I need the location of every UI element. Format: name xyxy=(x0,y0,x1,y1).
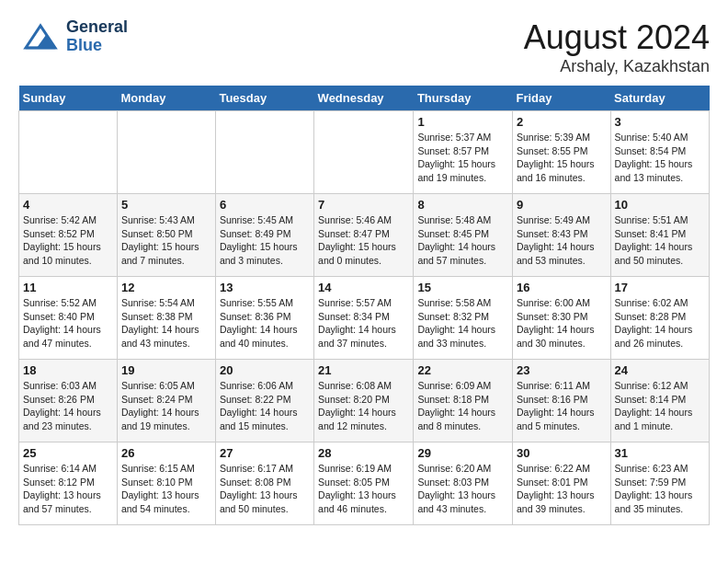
day-number: 16 xyxy=(517,281,607,294)
day-info: Sunrise: 6:17 AM Sunset: 8:08 PM Dayligh… xyxy=(220,462,310,516)
calendar-cell: 31Sunrise: 6:23 AM Sunset: 7:59 PM Dayli… xyxy=(610,442,709,525)
day-header-saturday: Saturday xyxy=(610,86,709,111)
day-info: Sunrise: 6:03 AM Sunset: 8:26 PM Dayligh… xyxy=(23,379,113,433)
day-info: Sunrise: 6:09 AM Sunset: 8:18 PM Dayligh… xyxy=(417,379,508,433)
day-number: 8 xyxy=(417,198,508,212)
day-info: Sunrise: 6:12 AM Sunset: 8:14 PM Dayligh… xyxy=(615,379,705,433)
page-header: General Blue August 2024 Arshaly, Kazakh… xyxy=(18,18,710,76)
day-number: 28 xyxy=(318,446,409,460)
day-number: 7 xyxy=(318,198,409,212)
calendar-cell: 8Sunrise: 5:48 AM Sunset: 8:45 PM Daylig… xyxy=(414,194,513,277)
calendar-cell: 7Sunrise: 5:46 AM Sunset: 8:47 PM Daylig… xyxy=(314,194,414,277)
day-info: Sunrise: 6:19 AM Sunset: 8:05 PM Dayligh… xyxy=(318,462,409,516)
week-row-2: 4Sunrise: 5:42 AM Sunset: 8:52 PM Daylig… xyxy=(19,194,710,277)
calendar-title: August 2024 xyxy=(524,18,710,57)
day-number: 19 xyxy=(121,363,211,377)
day-info: Sunrise: 5:37 AM Sunset: 8:57 PM Dayligh… xyxy=(417,131,508,185)
day-number: 14 xyxy=(318,281,409,294)
calendar-cell xyxy=(215,111,313,194)
day-info: Sunrise: 5:45 AM Sunset: 8:49 PM Dayligh… xyxy=(220,213,310,268)
day-info: Sunrise: 5:43 AM Sunset: 8:50 PM Dayligh… xyxy=(121,213,211,268)
day-info: Sunrise: 6:05 AM Sunset: 8:24 PM Dayligh… xyxy=(121,379,211,433)
calendar-cell: 23Sunrise: 6:11 AM Sunset: 8:16 PM Dayli… xyxy=(512,360,610,442)
day-number: 31 xyxy=(615,446,705,460)
day-number: 4 xyxy=(23,198,113,212)
day-info: Sunrise: 6:06 AM Sunset: 8:22 PM Dayligh… xyxy=(220,379,310,433)
calendar-body: 1Sunrise: 5:37 AM Sunset: 8:57 PM Daylig… xyxy=(19,111,710,525)
day-number: 9 xyxy=(517,198,607,212)
day-info: Sunrise: 6:08 AM Sunset: 8:20 PM Dayligh… xyxy=(318,379,409,433)
calendar-cell: 13Sunrise: 5:55 AM Sunset: 8:36 PM Dayli… xyxy=(215,277,313,360)
calendar-cell: 27Sunrise: 6:17 AM Sunset: 8:08 PM Dayli… xyxy=(215,442,313,525)
day-number: 13 xyxy=(220,281,310,294)
calendar-cell: 18Sunrise: 6:03 AM Sunset: 8:26 PM Dayli… xyxy=(19,360,118,442)
day-info: Sunrise: 5:52 AM Sunset: 8:40 PM Dayligh… xyxy=(23,296,113,350)
day-info: Sunrise: 6:15 AM Sunset: 8:10 PM Dayligh… xyxy=(121,462,211,516)
calendar-table: SundayMondayTuesdayWednesdayThursdayFrid… xyxy=(18,86,710,525)
day-info: Sunrise: 5:49 AM Sunset: 8:43 PM Dayligh… xyxy=(517,213,607,268)
day-info: Sunrise: 6:00 AM Sunset: 8:30 PM Dayligh… xyxy=(517,296,607,350)
day-number: 21 xyxy=(318,363,409,377)
day-info: Sunrise: 5:42 AM Sunset: 8:52 PM Dayligh… xyxy=(23,213,113,268)
day-header-thursday: Thursday xyxy=(414,86,513,111)
day-info: Sunrise: 5:57 AM Sunset: 8:34 PM Dayligh… xyxy=(318,296,409,350)
week-row-5: 25Sunrise: 6:14 AM Sunset: 8:12 PM Dayli… xyxy=(19,442,710,525)
calendar-cell: 26Sunrise: 6:15 AM Sunset: 8:10 PM Dayli… xyxy=(117,442,215,525)
day-info: Sunrise: 5:46 AM Sunset: 8:47 PM Dayligh… xyxy=(318,213,409,268)
week-row-1: 1Sunrise: 5:37 AM Sunset: 8:57 PM Daylig… xyxy=(19,111,710,194)
calendar-cell: 3Sunrise: 5:40 AM Sunset: 8:54 PM Daylig… xyxy=(610,111,709,194)
calendar-cell: 6Sunrise: 5:45 AM Sunset: 8:49 PM Daylig… xyxy=(215,194,313,277)
calendar-cell: 17Sunrise: 6:02 AM Sunset: 8:28 PM Dayli… xyxy=(610,277,709,360)
day-number: 20 xyxy=(220,363,310,377)
calendar-cell: 9Sunrise: 5:49 AM Sunset: 8:43 PM Daylig… xyxy=(512,194,610,277)
day-info: Sunrise: 6:23 AM Sunset: 7:59 PM Dayligh… xyxy=(615,462,705,516)
day-number: 23 xyxy=(517,363,607,377)
calendar-cell: 20Sunrise: 6:06 AM Sunset: 8:22 PM Dayli… xyxy=(215,360,313,442)
day-info: Sunrise: 6:20 AM Sunset: 8:03 PM Dayligh… xyxy=(417,462,508,516)
calendar-cell: 1Sunrise: 5:37 AM Sunset: 8:57 PM Daylig… xyxy=(414,111,513,194)
day-number: 26 xyxy=(121,446,211,460)
day-header-monday: Monday xyxy=(117,86,215,111)
day-header-friday: Friday xyxy=(512,86,610,111)
day-number: 27 xyxy=(220,446,310,460)
calendar-cell: 4Sunrise: 5:42 AM Sunset: 8:52 PM Daylig… xyxy=(19,194,118,277)
day-number: 25 xyxy=(23,446,113,460)
day-number: 15 xyxy=(417,281,508,294)
day-info: Sunrise: 6:02 AM Sunset: 8:28 PM Dayligh… xyxy=(615,296,705,350)
calendar-cell: 21Sunrise: 6:08 AM Sunset: 8:20 PM Dayli… xyxy=(314,360,414,442)
day-info: Sunrise: 5:40 AM Sunset: 8:54 PM Dayligh… xyxy=(615,131,705,185)
day-number: 12 xyxy=(121,281,211,294)
day-info: Sunrise: 5:39 AM Sunset: 8:55 PM Dayligh… xyxy=(517,131,607,185)
day-number: 11 xyxy=(23,281,113,294)
logo-blue: Blue xyxy=(66,37,128,55)
day-number: 1 xyxy=(417,115,508,129)
logo-text: General Blue xyxy=(66,18,128,55)
day-number: 18 xyxy=(23,363,113,377)
logo-icon xyxy=(18,18,63,55)
day-info: Sunrise: 6:14 AM Sunset: 8:12 PM Dayligh… xyxy=(23,462,113,516)
day-number: 10 xyxy=(615,198,705,212)
calendar-cell: 16Sunrise: 6:00 AM Sunset: 8:30 PM Dayli… xyxy=(512,277,610,360)
day-info: Sunrise: 6:22 AM Sunset: 8:01 PM Dayligh… xyxy=(517,462,607,516)
day-header-wednesday: Wednesday xyxy=(314,86,414,111)
day-number: 3 xyxy=(615,115,705,129)
day-header-row: SundayMondayTuesdayWednesdayThursdayFrid… xyxy=(19,86,710,111)
calendar-cell: 12Sunrise: 5:54 AM Sunset: 8:38 PM Dayli… xyxy=(117,277,215,360)
calendar-cell xyxy=(19,111,118,194)
calendar-cell: 22Sunrise: 6:09 AM Sunset: 8:18 PM Dayli… xyxy=(414,360,513,442)
calendar-cell: 10Sunrise: 5:51 AM Sunset: 8:41 PM Dayli… xyxy=(610,194,709,277)
calendar-cell: 24Sunrise: 6:12 AM Sunset: 8:14 PM Dayli… xyxy=(610,360,709,442)
day-number: 24 xyxy=(615,363,705,377)
day-number: 17 xyxy=(615,281,705,294)
day-info: Sunrise: 5:55 AM Sunset: 8:36 PM Dayligh… xyxy=(220,296,310,350)
day-info: Sunrise: 6:11 AM Sunset: 8:16 PM Dayligh… xyxy=(517,379,607,433)
calendar-cell: 5Sunrise: 5:43 AM Sunset: 8:50 PM Daylig… xyxy=(117,194,215,277)
day-info: Sunrise: 5:48 AM Sunset: 8:45 PM Dayligh… xyxy=(417,213,508,268)
logo-general: General xyxy=(66,18,128,37)
calendar-cell: 29Sunrise: 6:20 AM Sunset: 8:03 PM Dayli… xyxy=(414,442,513,525)
day-number: 5 xyxy=(121,198,211,212)
logo: General Blue xyxy=(18,18,128,55)
week-row-3: 11Sunrise: 5:52 AM Sunset: 8:40 PM Dayli… xyxy=(19,277,710,360)
calendar-cell xyxy=(314,111,414,194)
day-header-sunday: Sunday xyxy=(19,86,118,111)
